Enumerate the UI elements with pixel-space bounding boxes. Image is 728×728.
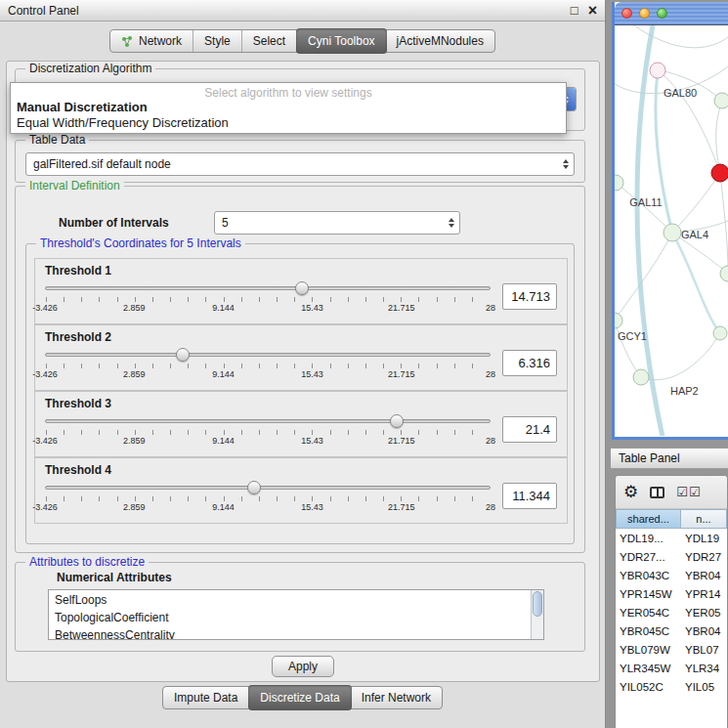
tab-style[interactable]: Style xyxy=(193,30,242,52)
threshold-4-panel: Threshold 4 -3.426 2.859 9.144 xyxy=(34,457,568,524)
tab-select[interactable]: Select xyxy=(242,30,297,52)
tick-label: 28 xyxy=(486,436,495,446)
number-of-intervals-combobox[interactable]: 5 xyxy=(214,211,460,235)
tick-label: -3.426 xyxy=(32,369,58,379)
numerical-attributes-list: SelfLoops TopologicalCoefficient Between… xyxy=(48,589,544,640)
threshold-label: Threshold 3 xyxy=(45,397,557,410)
gear-icon[interactable]: ⚙ xyxy=(623,484,638,500)
tick-label: -3.426 xyxy=(32,436,58,446)
minimize-traffic-light-icon[interactable] xyxy=(639,8,650,19)
panel-title: Control Panel xyxy=(8,4,561,18)
columns-icon[interactable] xyxy=(650,487,664,498)
group-title: Interval Definition xyxy=(25,179,124,193)
network-graph: GAL80 GAL11 GAL4 GCY1 HAP2 xyxy=(615,25,728,436)
table-row[interactable]: YLR345W YLR34 xyxy=(616,659,727,677)
threshold-3-panel: Threshold 3 -3.426 2.859 9.144 xyxy=(34,391,568,457)
list-item[interactable]: BetweennessCentrality xyxy=(49,626,530,640)
column-header-shared-name[interactable]: shared... xyxy=(616,509,681,529)
table-data-combobox[interactable]: galFiltered.sif default node xyxy=(25,152,575,176)
threshold-2-slider[interactable] xyxy=(45,347,491,363)
list-item[interactable]: TopologicalCoefficient xyxy=(49,609,530,626)
threshold-1-slider[interactable] xyxy=(45,280,491,296)
node-labels: GAL80 GAL11 GAL4 GCY1 HAP2 xyxy=(618,87,708,397)
tick-label: 9.144 xyxy=(212,436,235,446)
node[interactable] xyxy=(650,63,665,78)
slider-thumb[interactable] xyxy=(176,348,190,362)
table-data-group: Table Data galFiltered.sif default node xyxy=(15,140,585,183)
dropdown-option-equal-width-frequency[interactable]: Equal Width/Frequency Discretization xyxy=(11,115,566,131)
tick-label: 15.43 xyxy=(301,369,323,379)
checkbox-select-icons[interactable]: ☑☑ xyxy=(676,486,701,498)
table-toolbar: ⚙ ☑☑ xyxy=(616,476,727,509)
tick-label: 21.715 xyxy=(388,303,415,313)
tab-impute-data[interactable]: Impute Data xyxy=(163,687,249,708)
tab-discretize-data[interactable]: Discretize Data xyxy=(248,685,351,710)
tab-group: Network Style Select Cyni Toolbox jActiv… xyxy=(109,29,495,53)
tab-label: Impute Data xyxy=(174,691,237,705)
node[interactable] xyxy=(713,326,727,340)
threshold-2-value-field[interactable]: 6.316 xyxy=(502,350,557,376)
close-traffic-light-icon[interactable] xyxy=(621,8,632,19)
tab-network[interactable]: Network xyxy=(110,30,193,52)
table-row[interactable]: YDL19... YDL19 xyxy=(616,529,727,547)
tab-infer-network[interactable]: Infer Network xyxy=(351,687,442,708)
float-window-icon[interactable]: □ xyxy=(571,4,578,17)
slider-track[interactable] xyxy=(45,486,491,490)
scrollbar-thumb[interactable] xyxy=(533,591,542,617)
slider-track[interactable] xyxy=(45,419,491,423)
network-window-titlebar[interactable] xyxy=(615,2,728,25)
tab-cyni-toolbox[interactable]: Cyni Toolbox xyxy=(296,28,386,54)
list-scrollbar[interactable] xyxy=(531,590,543,639)
table-row[interactable]: YDR27... YDR27 xyxy=(616,547,727,566)
table-row[interactable]: YIL052C YIL05 xyxy=(616,677,727,696)
node-selected-red[interactable] xyxy=(711,164,728,182)
dropdown-placeholder: Select algorithm to view settings xyxy=(11,83,566,100)
tab-label: Style xyxy=(204,34,231,48)
apply-button[interactable]: Apply xyxy=(272,656,334,677)
threshold-label: Threshold 1 xyxy=(45,264,557,278)
attributes-to-discretize-group: Attributes to discretize Numerical Attri… xyxy=(15,562,585,652)
tab-jactivemnodules[interactable]: jActiveMNodules xyxy=(386,30,494,52)
threshold-3-value-field[interactable]: 21.4 xyxy=(502,416,557,443)
table-browser-window: ⚙ ☑☑ shared... n... YDL19... YDL19 YDR27… xyxy=(615,475,728,728)
tick-label: 2.859 xyxy=(123,436,146,446)
node-label: HAP2 xyxy=(670,385,699,397)
tick-label: 28 xyxy=(486,502,495,512)
table-row[interactable]: YPR145W YPR14 xyxy=(616,584,727,603)
list-item[interactable]: SelfLoops xyxy=(49,591,530,609)
slider-thumb[interactable] xyxy=(390,414,404,428)
close-icon[interactable]: × xyxy=(588,3,597,19)
tick-label: 21.715 xyxy=(388,502,415,512)
threshold-4-value-field[interactable]: 11.344 xyxy=(502,483,557,509)
node-gal4[interactable] xyxy=(664,224,681,241)
threshold-1-value-field[interactable]: 14.713 xyxy=(502,283,557,310)
dropdown-option-manual-discretization[interactable]: Manual Discretization xyxy=(11,100,566,115)
zoom-traffic-light-icon[interactable] xyxy=(657,8,667,19)
table-row[interactable]: YBR045C YBR04 xyxy=(616,621,727,640)
tick-label: 9.144 xyxy=(212,502,235,512)
tab-label: Select xyxy=(253,34,285,48)
tick-label: 9.144 xyxy=(212,369,235,379)
tab-label: Discretize Data xyxy=(260,691,339,705)
slider-thumb[interactable] xyxy=(247,481,261,494)
slider-thumb[interactable] xyxy=(295,281,309,295)
network-canvas[interactable]: GAL80 GAL11 GAL4 GCY1 HAP2 xyxy=(615,25,728,436)
node[interactable] xyxy=(714,93,728,108)
slider-track[interactable] xyxy=(45,353,491,357)
node-gcy1[interactable] xyxy=(615,313,622,328)
tick-label: 9.144 xyxy=(212,303,235,313)
tick-label: 28 xyxy=(486,303,495,313)
interval-definition-group: Interval Definition Number of Intervals … xyxy=(15,186,585,553)
table-row[interactable]: YBL079W YBL07 xyxy=(616,640,727,659)
node[interactable] xyxy=(633,369,649,385)
tick-label: 15.43 xyxy=(301,436,323,446)
threshold-1-panel: Threshold 1 -3.426 2.859 9.144 xyxy=(34,258,568,324)
table-row[interactable]: YER054C YER05 xyxy=(616,603,727,621)
table-panel-title: Table Panel xyxy=(611,448,728,469)
table-header-row: shared... n... xyxy=(616,509,727,529)
threshold-4-slider[interactable] xyxy=(45,480,491,495)
column-header-name[interactable]: n... xyxy=(681,509,727,529)
threshold-3-slider[interactable] xyxy=(45,413,491,429)
table-row[interactable]: YBR043C YBR04 xyxy=(616,566,727,584)
slider-track[interactable] xyxy=(45,286,491,290)
